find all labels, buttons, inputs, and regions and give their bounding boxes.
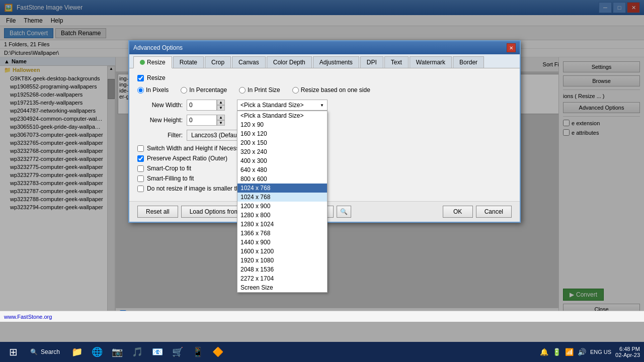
smart-crop-checkbox[interactable] — [137, 165, 144, 172]
size-option-640x480[interactable]: 640 x 480 — [237, 165, 327, 174]
tab-color-depth[interactable]: Color Depth — [267, 56, 312, 68]
size-option-1024x768-hover[interactable]: 1024 x 768 — [237, 193, 327, 202]
size-option-1600x1200[interactable]: 1600 x 1200 — [237, 247, 327, 256]
size-option-1366x768[interactable]: 1366 x 768 — [237, 229, 327, 238]
radio-based-label: Resize based on one side — [301, 86, 370, 94]
taskbar-store-icon[interactable]: 🛒 — [169, 343, 187, 361]
tab-bar: Resize Rotate Crop Canvas Color Depth Ad… — [129, 54, 520, 68]
taskbar-photo-icon[interactable]: 📱 — [189, 343, 207, 361]
size-option-1024x768-selected[interactable]: 1024 x 768 — [237, 184, 327, 193]
resize-enable-checkbox[interactable] — [137, 75, 144, 81]
tab-crop[interactable]: Crop — [205, 56, 231, 68]
radio-in-print-size[interactable]: In Print Size — [239, 86, 280, 94]
taskbar-right: 🔔 🔋 📶 🔊 ENG US 6:48 PM 02-Apr-23 — [540, 346, 640, 358]
tab-watermark[interactable]: Watermark — [410, 56, 452, 68]
taskbar-left: ⊞ 🔍 Search 📁 🌐 📷 🎵 📧 🛒 📱 🔶 — [4, 343, 227, 361]
preserve-aspect-checkbox[interactable] — [137, 155, 144, 162]
radio-resize-based[interactable]: Resize based on one side — [292, 86, 370, 94]
standard-size-trigger[interactable]: <Pick a Standard Size> ▼ — [237, 100, 328, 111]
size-option-200x150[interactable]: 200 x 150 — [237, 138, 327, 147]
filter-label: Filter: — [137, 132, 183, 139]
taskbar-edge-icon[interactable]: 🌐 — [88, 343, 106, 361]
height-spinner: ▲ ▼ — [217, 115, 225, 126]
smart-crop-label: Smart-Crop to fit — [147, 165, 191, 172]
search-taskbar-label: Search — [41, 348, 60, 355]
start-icon: ⊞ — [9, 346, 18, 358]
taskbar-music-icon[interactable]: 🎵 — [128, 343, 146, 361]
tab-border-label: Border — [459, 59, 477, 66]
taskbar-camera-icon[interactable]: 📷 — [108, 343, 126, 361]
resize-enable-row: Resize — [137, 74, 512, 81]
switch-width-height-checkbox[interactable] — [137, 145, 144, 152]
radio-print-label: In Print Size — [248, 86, 280, 94]
size-option-2272x1704[interactable]: 2272 x 1704 — [237, 274, 327, 283]
size-option-120x90[interactable]: 120 x 90 — [237, 120, 327, 129]
size-option-1200x900[interactable]: 1200 x 900 — [237, 202, 327, 211]
search-icon-button[interactable]: 🔍 — [337, 206, 351, 218]
modal-overlay: Advanced Options ✕ Resize Rotate Crop Ca… — [0, 0, 644, 342]
start-button[interactable]: ⊞ — [4, 343, 22, 361]
resize-enable-label: Resize — [147, 74, 166, 81]
new-width-input[interactable] — [187, 100, 217, 111]
taskbar-clock[interactable]: 6:48 PM 02-Apr-23 — [615, 346, 640, 358]
taskbar-wifi-icon[interactable]: 📶 — [565, 348, 574, 356]
tab-adjustments[interactable]: Adjustments — [313, 56, 359, 68]
size-option-160x120[interactable]: 160 x 120 — [237, 129, 327, 138]
standard-size-dropdown[interactable]: <Pick a Standard Size> ▼ <Pick a Standar… — [237, 100, 328, 111]
radio-print-input[interactable] — [239, 87, 246, 94]
size-option-1440x900[interactable]: 1440 x 900 — [237, 238, 327, 247]
radio-based-input[interactable] — [292, 87, 299, 94]
dropdown-arrow-icon: ▼ — [320, 103, 324, 108]
size-option-1280x1024[interactable]: 1280 x 1024 — [237, 220, 327, 229]
tab-watermark-label: Watermark — [416, 59, 445, 66]
size-option-pick[interactable]: <Pick a Standard Size> — [237, 111, 327, 120]
tab-text[interactable]: Text — [384, 56, 409, 68]
ok-button[interactable]: OK — [443, 206, 473, 218]
new-height-input[interactable] — [187, 115, 217, 126]
taskbar-mail-icon[interactable]: 📧 — [148, 343, 167, 361]
tab-rotate-label: Rotate — [180, 59, 197, 66]
width-spin-up[interactable]: ▲ — [217, 100, 225, 105]
size-option-800x600[interactable]: 800 x 600 — [237, 174, 327, 184]
search-button[interactable]: 🔍 Search — [24, 343, 66, 361]
smart-filling-checkbox[interactable] — [137, 175, 144, 182]
taskbar-notification-icon[interactable]: 🔔 — [540, 348, 548, 356]
radio-in-pixels[interactable]: In Pixels — [137, 86, 169, 94]
radio-pixels-input[interactable] — [137, 87, 144, 94]
width-spin-down[interactable]: ▼ — [217, 105, 225, 111]
preserve-aspect-label: Preserve Aspect Ratio (Outer) — [147, 155, 227, 162]
tab-resize[interactable]: Resize — [133, 56, 172, 68]
height-spin-up[interactable]: ▲ — [217, 115, 225, 120]
new-height-label: New Height: — [137, 117, 183, 124]
taskbar-lang: ENG US — [590, 349, 611, 355]
radio-percentage-input[interactable] — [181, 87, 187, 94]
size-option-1280x800[interactable]: 1280 x 800 — [237, 211, 327, 220]
cancel-button[interactable]: Cancel — [476, 206, 512, 218]
tab-dpi[interactable]: DPI — [360, 56, 383, 68]
resize-indicator — [140, 60, 145, 65]
taskbar-volume-icon[interactable]: 🔊 — [578, 348, 586, 356]
url-text: www.FastStone.org — [4, 314, 52, 320]
radio-pixels-label: In Pixels — [146, 86, 169, 94]
taskbar-app-icon[interactable]: 🔶 — [209, 343, 227, 361]
taskbar-explorer-icon[interactable]: 📁 — [68, 343, 86, 361]
dialog-title-bar: Advanced Options ✕ — [129, 41, 520, 54]
size-option-2048x1536[interactable]: 2048 x 1536 — [237, 265, 327, 274]
dialog-close-button[interactable]: ✕ — [507, 43, 516, 52]
height-spin-down[interactable]: ▼ — [217, 120, 225, 126]
tab-canvas[interactable]: Canvas — [232, 56, 266, 68]
size-option-1920x1080[interactable]: 1920 x 1080 — [237, 256, 327, 265]
taskbar-battery-icon[interactable]: 🔋 — [552, 348, 561, 356]
dialog-title: Advanced Options — [133, 44, 183, 51]
tab-dpi-label: DPI — [367, 59, 377, 66]
tab-canvas-label: Canvas — [238, 59, 259, 66]
radio-percentage-label: In Percentage — [189, 86, 227, 94]
do-not-resize-checkbox[interactable] — [137, 186, 144, 192]
size-option-400x300[interactable]: 400 x 300 — [237, 156, 327, 165]
tab-rotate[interactable]: Rotate — [173, 56, 204, 68]
radio-in-percentage[interactable]: In Percentage — [181, 86, 227, 94]
reset-all-button[interactable]: Reset all — [137, 206, 178, 218]
size-option-320x240[interactable]: 320 x 240 — [237, 147, 327, 156]
tab-border[interactable]: Border — [453, 56, 484, 68]
size-option-screen-size[interactable]: Screen Size — [237, 283, 327, 292]
